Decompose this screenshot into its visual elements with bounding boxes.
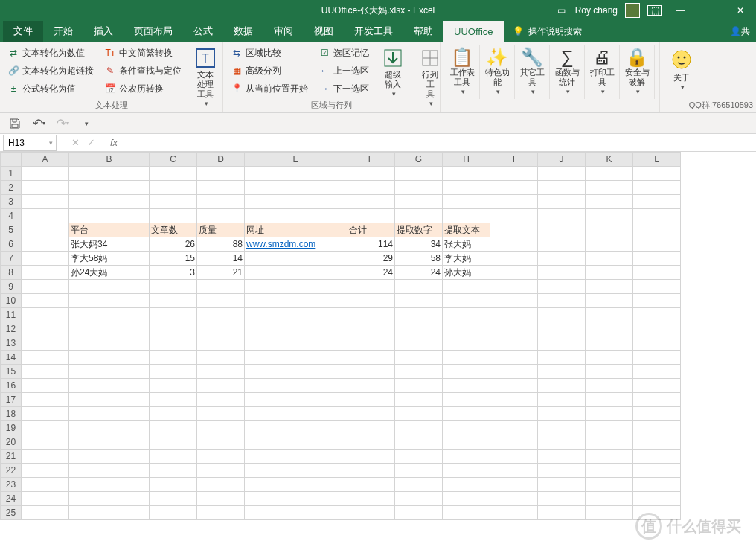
cell-D20[interactable] xyxy=(197,435,245,450)
cell-D9[interactable] xyxy=(197,280,245,294)
cell-F1[interactable] xyxy=(347,167,395,181)
cell-C15[interactable] xyxy=(150,365,197,379)
cell-L2[interactable] xyxy=(633,181,681,195)
col-header-B[interactable]: B xyxy=(69,153,150,167)
cell-K17[interactable] xyxy=(586,393,633,407)
cell-G23[interactable] xyxy=(395,478,443,492)
cell-E2[interactable] xyxy=(245,181,347,195)
cell-H8[interactable]: 孙大妈 xyxy=(443,266,490,280)
cell-A2[interactable] xyxy=(22,181,69,195)
cell-F25[interactable] xyxy=(347,506,395,520)
cell-H13[interactable] xyxy=(443,336,490,351)
cell-B23[interactable] xyxy=(69,478,150,492)
cell-A25[interactable] xyxy=(22,506,69,520)
cell-F14[interactable] xyxy=(347,351,395,365)
cell-L15[interactable] xyxy=(633,365,681,379)
row-header-20[interactable]: 20 xyxy=(1,435,22,450)
ribbon-cmd-文本转化为数值[interactable]: ⇄ 文本转化为数值 xyxy=(4,45,97,61)
cell-B22[interactable] xyxy=(69,464,150,478)
cell-B21[interactable] xyxy=(69,450,150,464)
cell-H15[interactable] xyxy=(443,365,490,379)
formula-input[interactable] xyxy=(122,135,756,151)
cell-J18[interactable] xyxy=(538,407,586,421)
cell-F17[interactable] xyxy=(347,393,395,407)
text-tools-button[interactable]: T 文本处理 工具 xyxy=(189,45,222,100)
tab-插入[interactable]: 插入 xyxy=(83,21,124,42)
cell-K22[interactable] xyxy=(586,464,633,478)
cell-A13[interactable] xyxy=(22,336,69,351)
tab-UUOffice[interactable]: UUOffice xyxy=(443,21,504,42)
cell-E17[interactable] xyxy=(245,393,347,407)
tab-审阅[interactable]: 审阅 xyxy=(263,21,304,42)
cell-J23[interactable] xyxy=(538,478,586,492)
row-header-25[interactable]: 25 xyxy=(1,506,22,520)
cell-K25[interactable] xyxy=(586,506,633,520)
user-name[interactable]: Roy chang xyxy=(575,5,618,16)
row-header-3[interactable]: 3 xyxy=(1,195,22,209)
cell-J5[interactable] xyxy=(538,223,586,237)
cell-H14[interactable] xyxy=(443,351,490,365)
col-header-K[interactable]: K xyxy=(586,153,633,167)
cell-I9[interactable] xyxy=(490,280,538,294)
cell-F23[interactable] xyxy=(347,478,395,492)
cell-K12[interactable] xyxy=(586,322,633,336)
cell-I20[interactable] xyxy=(490,435,538,450)
cell-E22[interactable] xyxy=(245,464,347,478)
cell-H5[interactable]: 提取文本 xyxy=(443,223,490,237)
cell-F5[interactable]: 合计 xyxy=(347,223,395,237)
cell-C9[interactable] xyxy=(150,280,197,294)
tab-视图[interactable]: 视图 xyxy=(304,21,344,42)
cell-G3[interactable] xyxy=(395,195,443,209)
ribbon-cmd-高级分列[interactable]: ▦ 高级分列 xyxy=(228,63,311,79)
cell-G4[interactable] xyxy=(395,209,443,223)
cell-D3[interactable] xyxy=(197,195,245,209)
cell-G21[interactable] xyxy=(395,450,443,464)
cell-J17[interactable] xyxy=(538,393,586,407)
cell-C10[interactable] xyxy=(150,294,197,308)
cell-J21[interactable] xyxy=(538,450,586,464)
cell-L3[interactable] xyxy=(633,195,681,209)
cell-E16[interactable] xyxy=(245,379,347,393)
cell-A18[interactable] xyxy=(22,407,69,421)
cell-L5[interactable] xyxy=(633,223,681,237)
cell-A23[interactable] xyxy=(22,478,69,492)
save-button[interactable] xyxy=(6,115,24,132)
cell-L10[interactable] xyxy=(633,294,681,308)
cell-F22[interactable] xyxy=(347,464,395,478)
cell-I17[interactable] xyxy=(490,393,538,407)
cell-B6[interactable]: 张大妈34 xyxy=(69,237,150,252)
cell-A11[interactable] xyxy=(22,308,69,322)
cell-G17[interactable] xyxy=(395,393,443,407)
cell-F12[interactable] xyxy=(347,322,395,336)
cell-K9[interactable] xyxy=(586,280,633,294)
col-header-J[interactable]: J xyxy=(538,153,586,167)
cell-D23[interactable] xyxy=(197,478,245,492)
cell-H22[interactable] xyxy=(443,464,490,478)
cell-C4[interactable] xyxy=(150,209,197,223)
cell-F24[interactable] xyxy=(347,492,395,506)
cell-J14[interactable] xyxy=(538,351,586,365)
cell-F3[interactable] xyxy=(347,195,395,209)
cell-B18[interactable] xyxy=(69,407,150,421)
cell-C11[interactable] xyxy=(150,308,197,322)
cell-A24[interactable] xyxy=(22,492,69,506)
row-header-23[interactable]: 23 xyxy=(1,478,22,492)
row-header-24[interactable]: 24 xyxy=(1,492,22,506)
minimize-button[interactable]: — xyxy=(670,1,692,19)
row-header-15[interactable]: 15 xyxy=(1,365,22,379)
cell-H19[interactable] xyxy=(443,421,490,435)
cell-I8[interactable] xyxy=(490,266,538,280)
cell-A5[interactable] xyxy=(22,223,69,237)
cell-F11[interactable] xyxy=(347,308,395,322)
col-header-C[interactable]: C xyxy=(150,153,197,167)
cell-K8[interactable] xyxy=(586,266,633,280)
cell-C8[interactable]: 3 xyxy=(150,266,197,280)
cell-G12[interactable] xyxy=(395,322,443,336)
cell-K10[interactable] xyxy=(586,294,633,308)
cell-A19[interactable] xyxy=(22,421,69,435)
cell-A20[interactable] xyxy=(22,435,69,450)
cell-C25[interactable] xyxy=(150,506,197,520)
cell-C6[interactable]: 26 xyxy=(150,237,197,252)
cell-K23[interactable] xyxy=(586,478,633,492)
cell-J25[interactable] xyxy=(538,506,586,520)
